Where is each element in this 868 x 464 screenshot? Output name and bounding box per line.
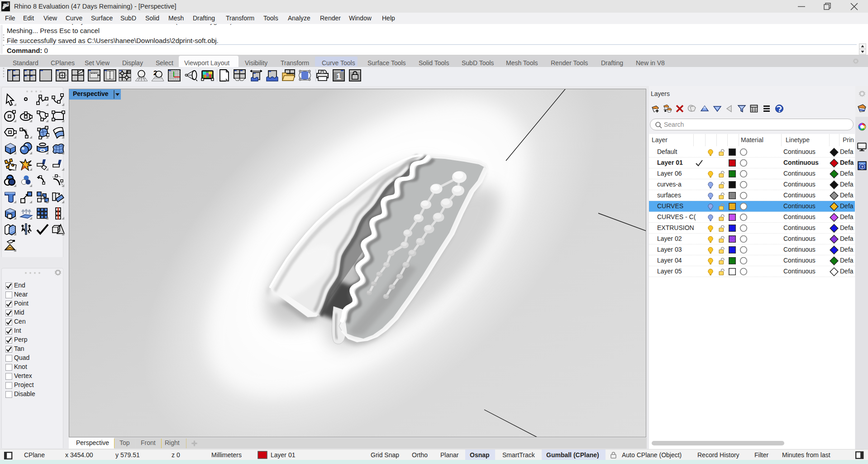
- svg-text:8: 8: [7, 2, 9, 5]
- svg-text:1: 1: [336, 72, 341, 81]
- svg-text:?: ?: [861, 165, 863, 169]
